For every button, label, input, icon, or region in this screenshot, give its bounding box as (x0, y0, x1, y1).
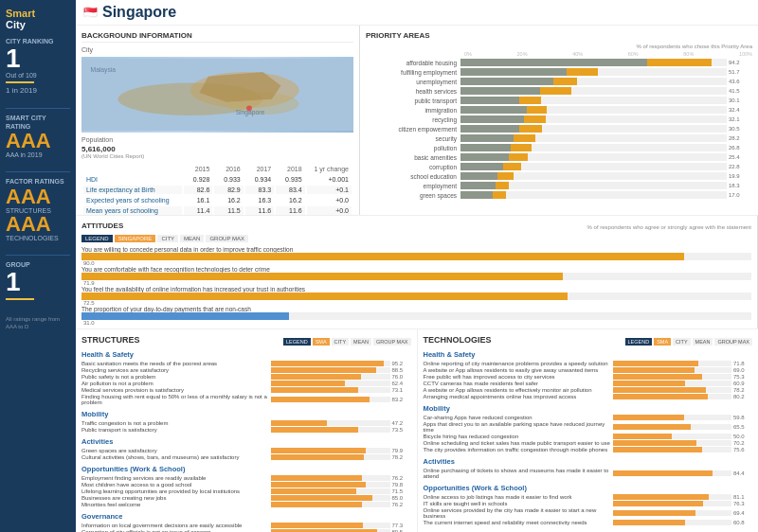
factor-track (613, 440, 732, 446)
factor-value: 60.8 (733, 520, 752, 525)
priority-bar-track (460, 115, 727, 123)
factor-row-label: Information on local government decision… (81, 523, 271, 528)
priority-bar-row: unemployment43.6 (366, 78, 752, 85)
factor-row-label: Online scheduling and ticket sales has m… (424, 440, 613, 446)
tech-tab-groupmax[interactable]: GROUP MAX (714, 338, 752, 346)
factor-track (271, 420, 390, 426)
factor-track (613, 501, 732, 506)
logo: SmartCity (6, 8, 70, 30)
factor-bar (613, 381, 685, 386)
factor-row: Public transport is satisfactory73.5 (81, 427, 411, 433)
sidebar: SmartCity CITY RANKING 1 Out of 109 1 in… (0, 0, 76, 532)
st-tab-sma[interactable]: SMA (313, 338, 330, 346)
tech-tab-sma[interactable]: SMA (654, 338, 671, 346)
factor-row-label: Online purchasing of tickets to shows an… (424, 468, 613, 479)
structures-content: Health & SafetyBasic sanitation meets th… (81, 350, 411, 532)
sidebar-divider-1 (6, 108, 70, 109)
factor-row: CCTV cameras has made residents feel saf… (424, 381, 753, 386)
factor-row-label: Apps that direct you to an available par… (424, 421, 613, 433)
factor-value: 75.6 (733, 447, 752, 452)
factor-row-label: Bicycle hiring has reduced congestion (424, 434, 613, 439)
priority-bar-row: recycling32.1 (366, 115, 752, 123)
factor-row-label: A website or App allows residents to eff… (424, 387, 613, 393)
priority-bar-align (460, 134, 514, 142)
factor-row-label: Minorities feel welcome (81, 502, 271, 507)
priority-bar-label: unemployment (366, 79, 460, 85)
factor-track (613, 394, 732, 399)
st-tab-city[interactable]: CITY (332, 338, 350, 346)
priority-bar-row: fulfilling employment51.7 (366, 68, 752, 76)
st-tab-groupmax[interactable]: GROUP MAX (373, 338, 411, 346)
factor-track (271, 381, 390, 386)
factor-group: Opportunities (Work & School)Employment … (81, 465, 411, 507)
factor-bar (613, 374, 703, 380)
factor-track (271, 448, 390, 453)
st-tab-mean[interactable]: MEAN (351, 338, 371, 346)
factor-row-label: Finding housing with rent equal to 50% o… (81, 394, 271, 405)
factor-value: 70.2 (733, 440, 752, 446)
priority-bar-value: 51.7 (729, 69, 752, 75)
factor-group-title: Health & Safety (81, 350, 411, 359)
tech-tab-city[interactable]: CITY (673, 338, 691, 346)
background-info-panel: BACKGROUND INFORMATION City Malaysia Sin… (76, 26, 360, 215)
tab-legend[interactable]: LEGEND (81, 235, 113, 242)
factor-row: A website or App allows residents to eff… (424, 387, 753, 393)
population-val: 5,616,000 (81, 145, 353, 153)
tech-tab-mean[interactable]: MEAN (693, 338, 713, 346)
priority-bar-label: affordable housing (366, 60, 460, 66)
factor-row: Businesses are creating new jobs85.0 (81, 495, 411, 501)
factor-bar (613, 470, 713, 476)
priority-areas-panel: PRIORITY AREAS % of respondents who chos… (360, 26, 758, 215)
factor-row-label: CCTV cameras has made residents feel saf… (424, 381, 613, 386)
tab-mean[interactable]: MEAN (180, 235, 204, 242)
attitude-row: The proportion of your day-to-day paymen… (81, 306, 751, 326)
tab-singapore[interactable]: SINGAPORE (115, 235, 156, 242)
attitude-track (81, 253, 751, 260)
factor-row-label: Basic sanitation meets the needs of the … (81, 361, 271, 366)
priority-title: PRIORITY AREAS (366, 31, 752, 40)
tech-tab-legend[interactable]: LEGEND (625, 338, 653, 346)
factor-track (271, 427, 390, 433)
rank-sub: Out of 109 (6, 72, 70, 79)
priority-bar-value: 19.9 (729, 173, 752, 179)
sidebar-note: All ratings range from AAA to D (6, 316, 70, 331)
priority-bar-align (460, 106, 527, 114)
factor-group: GovernanceInformation on local governmen… (81, 512, 411, 532)
factor-row-label: Car-sharing Apps have reduced congestion (424, 415, 613, 420)
bottom-section: STRUCTURES LEGEND SMA CITY MEAN GROUP MA… (76, 328, 758, 532)
priority-bar-value: 28.2 (729, 135, 752, 141)
main-content: 🇸🇬 Singapore BACKGROUND INFORMATION City (76, 0, 758, 532)
factor-group: Health & SafetyBasic sanitation meets th… (81, 350, 411, 405)
tab-city[interactable]: CITY (157, 235, 178, 242)
factor-value: 69.4 (733, 510, 752, 516)
factor-row: Online reporting of city maintenance pro… (424, 361, 753, 366)
factor-row: Employment finding services are readily … (81, 475, 411, 481)
priority-bar-label: school education (366, 173, 460, 180)
priority-bar-value: 94.2 (729, 60, 752, 65)
tab-groupmax[interactable]: GROUP MAX (206, 235, 248, 242)
st-tab-legend[interactable]: LEGEND (283, 338, 311, 346)
group-section: GROUP 1 (6, 261, 70, 303)
factor-value: 76.0 (392, 374, 411, 380)
factor-track (613, 470, 732, 476)
factor-row-label: Businesses are creating new jobs (81, 495, 271, 501)
priority-bar-value: 43.6 (729, 79, 752, 84)
factor-track (271, 488, 390, 494)
factor-value: 76.2 (392, 502, 411, 507)
priority-bar-track (460, 134, 727, 142)
priority-bar-row: citizen empowerment30.5 (366, 125, 752, 133)
factor-value: 78.2 (392, 454, 411, 460)
factor-bar (613, 387, 706, 393)
factor-group-title: Activities (81, 437, 411, 446)
factor-row-label: Most children have access to a good scho… (81, 482, 271, 488)
priority-bar-align (460, 182, 496, 189)
priority-bar-row: security28.2 (366, 134, 752, 142)
technologies-panel: TECHNOLOGIES LEGEND SMA CITY MEAN GROUP … (418, 329, 759, 532)
technologies-content: Health & SafetyOnline reporting of city … (424, 350, 753, 532)
factor-value: 79.8 (392, 482, 411, 488)
factor-group: Health & SafetyOnline reporting of city … (424, 350, 753, 399)
priority-bar-row: school education19.9 (366, 172, 752, 180)
factor-group-title: Health & Safety (424, 350, 753, 359)
factor-track (613, 520, 732, 525)
yellow-divider (6, 81, 34, 83)
